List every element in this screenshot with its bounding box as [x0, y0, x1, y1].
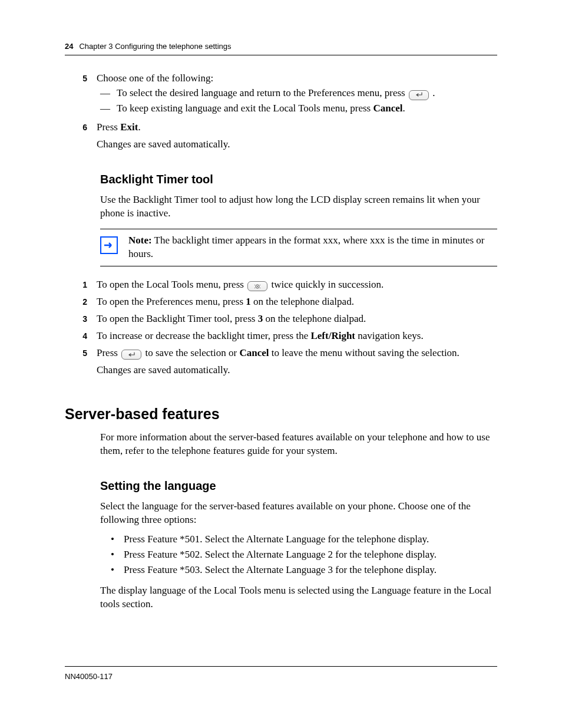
step-text: Press [97, 121, 120, 133]
step-after: Changes are saved automatically. [97, 138, 497, 151]
step-text-end: on the telephone dialpad. [263, 313, 366, 324]
step-body: Choose one of the following: — To select… [97, 72, 497, 118]
enter-key-icon [409, 90, 429, 100]
enter-key-icon [121, 350, 141, 360]
step-number: 1 [80, 278, 97, 292]
note-arrow-icon [100, 236, 118, 254]
step-number: 3 [80, 312, 97, 326]
bullet-icon: • [111, 564, 124, 577]
bullet-text: Press Feature *502. Select the Alternate… [124, 548, 497, 562]
bold-word: Exit [120, 121, 138, 133]
bullet-icon: • [111, 533, 124, 546]
option-text: To keep existing language and exit the L… [117, 103, 373, 114]
step-text-end: . [138, 121, 140, 133]
step-text: To increase or decrease the backlight ti… [97, 330, 310, 341]
option-text-end: . [432, 87, 435, 98]
step-after: Changes are saved automatically. [97, 364, 497, 377]
option-b: — To keep existing language and exit the… [100, 102, 497, 116]
list-item: • Press Feature *501. Select the Alterna… [111, 533, 497, 546]
step-text: To open the Local Tools menu, press [97, 279, 246, 290]
step-text: Press [97, 347, 120, 358]
step-body: Press Exit. Changes are saved automatica… [97, 121, 497, 151]
language-outro: The display language of the Local Tools … [100, 584, 497, 611]
bl-step-5: 5 Press to save the selection or Cancel … [80, 347, 497, 377]
note-body: The backlight timer appears in the forma… [128, 235, 484, 259]
bullet-icon: • [111, 548, 124, 562]
bold-word: Cancel [373, 103, 402, 114]
server-intro: For more information about the server-ba… [100, 431, 497, 458]
running-header: 24 Chapter 3 Configuring the telephone s… [65, 41, 497, 55]
note-label: Note: [128, 235, 152, 246]
step-number: 6 [80, 121, 97, 151]
note-block: Note: The backlight timer appears in the… [100, 229, 497, 266]
step-text-end: navigation keys. [355, 330, 424, 341]
doc-number: NN40050-117 [65, 672, 113, 681]
section-heading-backlight: Backlight Timer tool [100, 172, 497, 187]
step-number: 5 [80, 347, 97, 377]
step-number: 5 [80, 72, 97, 118]
svg-point-1 [257, 286, 258, 287]
bold-word: Cancel [239, 347, 269, 358]
step-intro: Choose one of the following: [97, 72, 497, 85]
step-text-end: to leave the menu without saving the sel… [269, 347, 459, 358]
step-text-end: twice quickly in succession. [271, 279, 384, 290]
list-item: • Press Feature *503. Select the Alterna… [111, 564, 497, 577]
page-number: 24 [65, 41, 73, 52]
services-key-icon [247, 281, 267, 291]
bullet-text: Press Feature *501. Select the Alternate… [124, 533, 497, 546]
bold-word: 3 [258, 313, 263, 324]
bl-step-1: 1 To open the Local Tools menu, press tw… [80, 278, 497, 292]
step-text: To open the Preferences menu, press [97, 296, 246, 307]
list-item: • Press Feature *502. Select the Alterna… [111, 548, 497, 562]
bl-step-4: 4 To increase or decrease the backlight … [80, 330, 497, 343]
step-text-end: on the telephone dialpad. [251, 296, 354, 307]
option-a: — To select the desired language and ret… [100, 87, 497, 100]
step-5: 5 Choose one of the following: — To sele… [80, 72, 497, 118]
bl-step-3: 3 To open the Backlight Timer tool, pres… [80, 312, 497, 326]
section-heading-language: Setting the language [100, 478, 497, 494]
bold-word: Left/Right [310, 330, 355, 341]
step-text-mid: to save the selection or [145, 347, 239, 358]
bullet-text: Press Feature *503. Select the Alternate… [124, 564, 497, 577]
step-6: 6 Press Exit. Changes are saved automati… [80, 121, 497, 151]
major-heading-server: Server-based features [65, 404, 497, 424]
option-text: To select the desired language and retur… [117, 87, 408, 98]
chapter-title: Chapter 3 Configuring the telephone sett… [79, 41, 231, 52]
note-text: Note: The backlight timer appears in the… [128, 234, 497, 261]
footer: NN40050-117 [65, 666, 497, 682]
bold-word: 1 [246, 296, 251, 307]
step-number: 2 [80, 295, 97, 309]
step-number: 4 [80, 330, 97, 343]
content-area: 5 Choose one of the following: — To sele… [65, 72, 497, 611]
option-text-end: . [402, 103, 405, 114]
bl-step-2: 2 To open the Preferences menu, press 1 … [80, 295, 497, 309]
language-intro: Select the language for the server-based… [100, 500, 497, 527]
page: 24 Chapter 3 Configuring the telephone s… [0, 0, 562, 728]
section-intro: Use the Backlight Timer tool to adjust h… [100, 193, 497, 220]
dash-icon: — [100, 87, 117, 100]
bullet-list: • Press Feature *501. Select the Alterna… [100, 533, 497, 577]
dash-icon: — [100, 102, 117, 116]
step-text: To open the Backlight Timer tool, press [97, 313, 258, 324]
